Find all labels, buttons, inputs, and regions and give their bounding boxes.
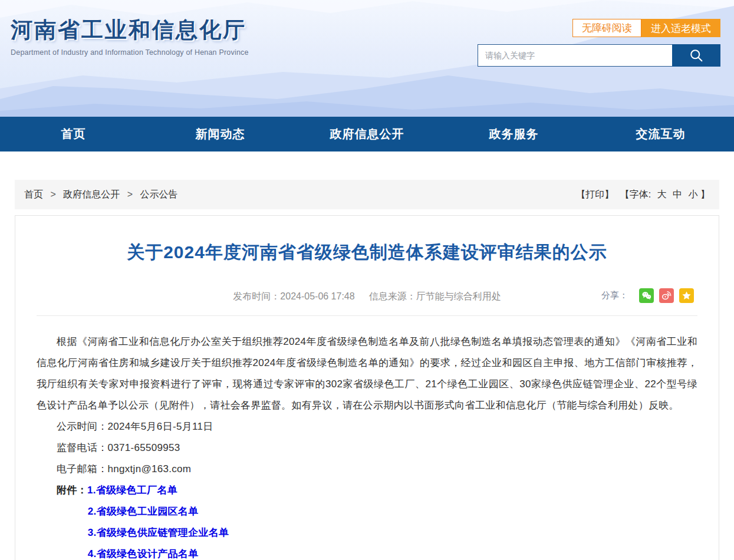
article-card: 关于2024年度河南省省级绿色制造体系建设评审结果的公示 发布时间：2024-0… <box>15 215 719 560</box>
site-logo: 河南省工业和信息化厅 Department of Industry and In… <box>11 15 249 57</box>
breadcrumb: 首页 > 政府信息公开 > 公示公告 <box>24 189 178 201</box>
font-size-label: 【字体: <box>620 189 651 199</box>
email-line: 电子邮箱：hngxtjn@163.com <box>37 459 697 480</box>
publish-time-label: 发布时间： <box>233 291 280 301</box>
nav-item-interaction[interactable]: 交流互动 <box>587 117 734 151</box>
attachment-link-green-parks[interactable]: 2.省级绿色工业园区名单 <box>88 506 199 517</box>
share-label: 分享： <box>601 290 628 301</box>
search-icon <box>688 47 705 64</box>
notice-period-label: 公示时间： <box>57 421 108 432</box>
search-button[interactable] <box>672 44 720 67</box>
site-subtitle: Department of Industry and Information T… <box>11 48 249 57</box>
attachment-label: 附件： <box>57 485 87 496</box>
page-tools: 【打印】 【字体: 大 中 小 】 <box>576 189 710 201</box>
breadcrumb-separator: > <box>50 189 55 199</box>
notice-paragraph: 根据《河南省工业和信息化厅办公室关于组织推荐2024年度省级绿色制造名单及前八批… <box>37 331 697 416</box>
article-meta: 发布时间：2024-05-06 17:48信息来源：厅节能与综合利用处 分享： <box>37 288 697 305</box>
breadcrumb-notices-link[interactable]: 公示公告 <box>140 189 178 199</box>
breadcrumb-bar: 首页 > 政府信息公开 > 公示公告 【打印】 【字体: 大 中 小 】 <box>15 180 719 209</box>
weibo-share-icon[interactable] <box>659 288 674 303</box>
attachment-line-3: 3.省级绿色供应链管理企业名单 <box>37 522 697 543</box>
qzone-share-icon[interactable] <box>679 288 694 303</box>
source-label: 信息来源： <box>369 291 416 301</box>
font-size-medium-button[interactable]: 中 <box>673 189 682 199</box>
nav-item-gov-info[interactable]: 政府信息公开 <box>294 117 440 151</box>
font-size-large-button[interactable]: 大 <box>657 189 667 199</box>
main-navigation: 首页 新闻动态 政府信息公开 政务服务 交流互动 <box>0 117 734 151</box>
notice-period-value: 2024年5月6日-5月11日 <box>108 421 213 432</box>
email-value: hngxtjn@163.com <box>108 463 192 475</box>
breadcrumb-separator: > <box>127 189 133 199</box>
nav-item-home[interactable]: 首页 <box>0 117 147 151</box>
article-body: 根据《河南省工业和信息化厅办公室关于组织推荐2024年度省级绿色制造名单及前八批… <box>37 331 697 560</box>
publish-time: 2024-05-06 17:48 <box>280 291 354 301</box>
attachment-line-2: 2.省级绿色工业园区名单 <box>37 501 697 522</box>
wechat-share-icon[interactable] <box>639 288 654 303</box>
phone-value: 0371-65509953 <box>108 442 180 453</box>
search-input[interactable] <box>478 44 672 67</box>
breadcrumb-gov-info-link[interactable]: 政府信息公开 <box>63 189 120 199</box>
email-label: 电子邮箱： <box>57 463 108 475</box>
breadcrumb-home-link[interactable]: 首页 <box>24 189 43 199</box>
site-header: 河南省工业和信息化厅 Department of Industry and In… <box>0 0 734 117</box>
attachment-link-green-design[interactable]: 4.省级绿色设计产品名单 <box>88 548 199 559</box>
accessibility-reading-button[interactable]: 无障碍阅读 <box>572 19 641 37</box>
page-title: 关于2024年度河南省省级绿色制造体系建设评审结果的公示 <box>37 241 697 265</box>
attachment-link-supply-chain[interactable]: 3.省级绿色供应链管理企业名单 <box>88 527 229 538</box>
notice-period-line: 公示时间：2024年5月6日-5月11日 <box>37 416 697 437</box>
attachment-link-green-factories[interactable]: 1.省级绿色工厂名单 <box>87 485 177 496</box>
font-size-label-close: 】 <box>700 189 710 199</box>
elder-mode-button[interactable]: 进入适老模式 <box>641 19 720 37</box>
nav-item-news[interactable]: 新闻动态 <box>147 117 294 151</box>
attachment-line-1: 附件：1.省级绿色工厂名单 <box>37 480 697 501</box>
attachment-line-4: 4.省级绿色设计产品名单 <box>37 543 697 560</box>
supervision-phone-line: 监督电话：0371-65509953 <box>37 437 697 459</box>
site-search <box>478 44 720 67</box>
share-toolbar: 分享： <box>601 288 694 303</box>
print-button[interactable]: 【打印】 <box>576 189 614 199</box>
phone-label: 监督电话： <box>57 442 108 453</box>
site-title: 河南省工业和信息化厅 <box>11 15 249 45</box>
nav-item-services[interactable]: 政务服务 <box>440 117 587 151</box>
title-divider <box>37 315 697 316</box>
font-size-small-button[interactable]: 小 <box>689 189 698 199</box>
source-value: 厅节能与综合利用处 <box>416 291 501 301</box>
